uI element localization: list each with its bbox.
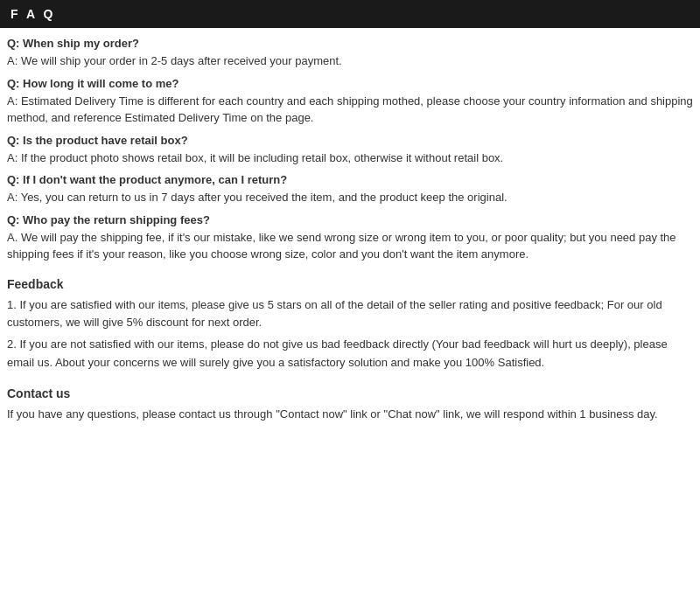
faq-item-4: Q: If I don't want the product anymore, … <box>7 173 693 206</box>
faq-item-1: Q: When ship my order? A: We will ship y… <box>7 37 693 70</box>
faq-answer-3: A: If the product photo shows retail box… <box>7 150 693 167</box>
faq-title: F A Q <box>10 7 55 21</box>
faq-item-2: Q: How long it will come to me? A: Estim… <box>7 77 693 127</box>
feedback-title: Feedback <box>7 277 693 291</box>
feedback-section: Feedback 1. If you are satisfied with ou… <box>7 277 693 372</box>
contact-section: Contact us If you have any questions, pl… <box>7 386 693 424</box>
faq-question-4: Q: If I don't want the product anymore, … <box>7 173 693 186</box>
faq-header-bar: F A Q <box>0 0 700 28</box>
faq-answer-4: A: Yes, you can return to us in 7 days a… <box>7 189 693 206</box>
feedback-point-2: 2. If you are not satisfied with our ite… <box>7 336 693 372</box>
faq-answer-2: A: Estimated Delivery Time is different … <box>7 93 693 127</box>
contact-title: Contact us <box>7 386 693 400</box>
contact-text: If you have any questions, please contac… <box>7 406 693 424</box>
faq-question-3: Q: Is the product have retail box? <box>7 134 693 147</box>
faq-question-2: Q: How long it will come to me? <box>7 77 693 90</box>
faq-question-1: Q: When ship my order? <box>7 37 693 50</box>
faq-item-3: Q: Is the product have retail box? A: If… <box>7 134 693 167</box>
faq-answer-1: A: We will ship your order in 2-5 days a… <box>7 52 693 70</box>
feedback-point-1: 1. If you are satisfied with our items, … <box>7 296 693 333</box>
faq-section: Q: When ship my order? A: We will ship y… <box>7 37 693 263</box>
faq-item-5: Q: Who pay the return shipping fees? A. … <box>7 213 693 263</box>
faq-answer-5: A. We will pay the shipping fee, if it's… <box>7 229 693 263</box>
faq-question-5: Q: Who pay the return shipping fees? <box>7 213 693 226</box>
